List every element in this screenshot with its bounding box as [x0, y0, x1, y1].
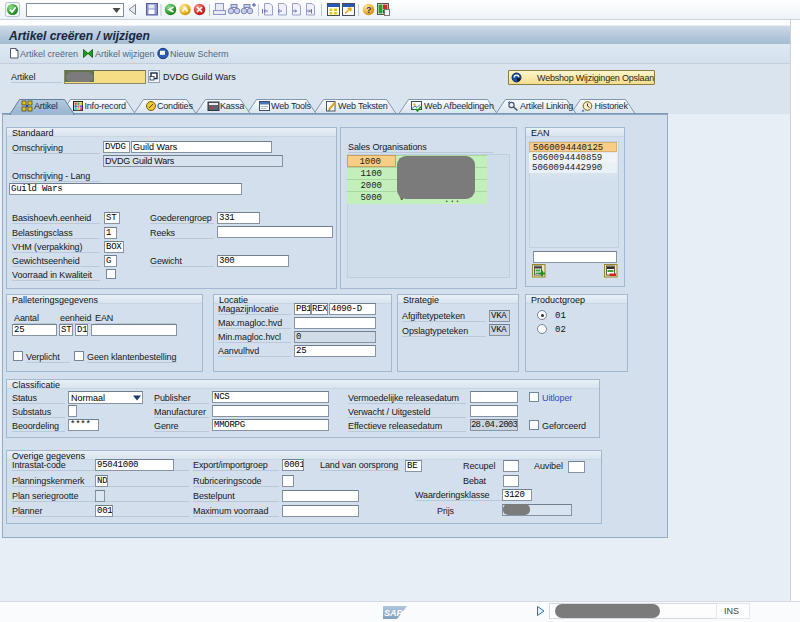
svg-text:Artikel Linking: Artikel Linking [520, 101, 573, 111]
svg-text:Condities: Condities [157, 101, 193, 111]
svg-text:Web Teksten: Web Teksten [338, 101, 388, 111]
svg-text:Web Afbeeldingen: Web Afbeeldingen [424, 101, 494, 111]
svg-text:Artikel: Artikel [34, 101, 58, 111]
svg-text:SAP: SAP [384, 608, 404, 618]
svg-text:Web Tools: Web Tools [271, 101, 312, 111]
svg-text:Kassa: Kassa [220, 101, 244, 111]
svg-text:?: ? [366, 5, 372, 15]
svg-text:Historiek: Historiek [595, 101, 629, 111]
svg-text:Info-record: Info-record [85, 101, 127, 111]
